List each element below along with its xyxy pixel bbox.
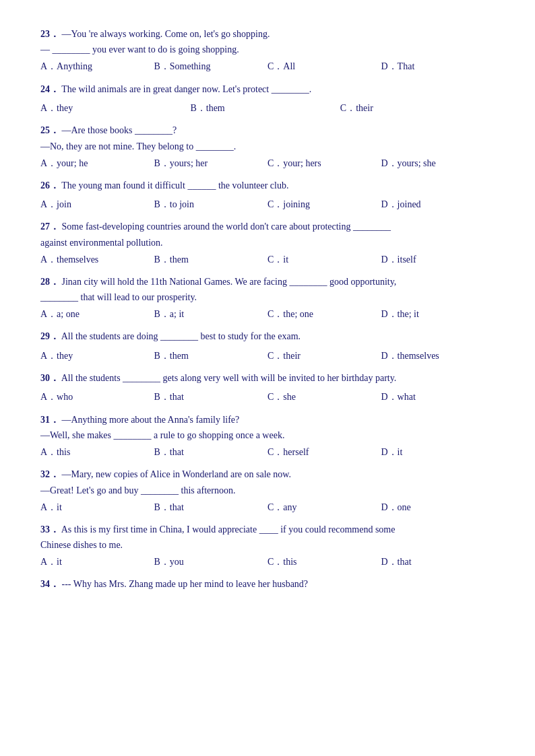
question-text: 25． —Are those books ________? xyxy=(40,123,495,138)
options-row: A．itB．youC．thisD．that xyxy=(40,553,495,570)
options-row: A．whoB．thatC．sheD．what xyxy=(40,388,495,405)
question-text: Chinese dishes to me. xyxy=(40,540,495,551)
option-Something: B．Something xyxy=(154,58,268,75)
option-a; one: A．a; one xyxy=(40,306,154,322)
option-yours; she: D．yours; she xyxy=(381,155,495,172)
question-text: 26． The young man found it difficult ___… xyxy=(40,178,495,193)
question-text: 23． —You 're always working. Come on, le… xyxy=(40,27,495,42)
option-it: C．it xyxy=(268,251,381,268)
options-row: A．itB．thatC．anyD．one xyxy=(40,499,495,516)
question-text: —No, they are not mine. They belong to _… xyxy=(40,141,495,152)
question-block: 24． The wild animals are in great danger… xyxy=(40,82,495,117)
option-their: C．their xyxy=(340,100,490,116)
option-they: A．they xyxy=(40,100,190,116)
options-row: A．a; oneB．a; itC．the; oneD．the; it xyxy=(40,306,495,322)
question-text: 34． --- Why has Mrs. Zhang made up her m… xyxy=(40,577,495,592)
question-text: —Great! Let's go and buy ________ this a… xyxy=(40,485,495,496)
question-text: 29． All the students are doing ________ … xyxy=(40,329,495,344)
question-text: against environmental pollution. xyxy=(40,238,495,248)
option-that: D．that xyxy=(381,553,495,570)
option-herself: C．herself xyxy=(268,444,381,460)
question-text: 31． —Anything more about the Anna's fami… xyxy=(40,413,495,427)
question-text: —Well, she makes ________ a rule to go s… xyxy=(40,430,495,441)
option-it: D．it xyxy=(381,444,495,460)
option-itself: D．itself xyxy=(381,251,495,268)
question-block: 34． --- Why has Mrs. Zhang made up her m… xyxy=(40,577,495,592)
options-row: A．thisB．thatC．herselfD．it xyxy=(40,444,495,460)
option-the; it: D．the; it xyxy=(381,306,495,322)
question-text: 24． The wild animals are in great danger… xyxy=(40,82,495,97)
questions-container: 23． —You 're always working. Come on, le… xyxy=(40,27,495,592)
question-block: 30． All the students ________ gets along… xyxy=(40,371,495,406)
options-row: A．theyB．themC．their xyxy=(40,100,495,116)
option-they: A．they xyxy=(40,347,154,364)
question-block: 25． —Are those books ________?—No, they … xyxy=(40,123,495,172)
option-any: C．any xyxy=(268,499,381,516)
option-what: D．what xyxy=(381,388,495,405)
question-block: 31． —Anything more about the Anna's fami… xyxy=(40,413,495,461)
option-joined: D．joined xyxy=(381,196,495,213)
question-text: 27． Some fast-developing countries aroun… xyxy=(40,219,495,234)
option-That: D．That xyxy=(381,58,495,75)
option-Anything: A．Anything xyxy=(40,58,154,75)
question-text: 30． All the students ________ gets along… xyxy=(40,371,495,386)
option-one: D．one xyxy=(381,499,495,516)
question-text: 32． —Mary, new copies of Alice in Wonder… xyxy=(40,467,495,482)
question-block: 28． Jinan city will hold the 11th Nation… xyxy=(40,275,495,323)
option-your; he: A．your; he xyxy=(40,155,154,172)
option-yours; her: B．yours; her xyxy=(154,155,268,172)
option-themselves: D．themselves xyxy=(381,347,495,364)
options-row: A．your; heB．yours; herC．your; hersD．your… xyxy=(40,155,495,172)
question-block: 26． The young man found it difficult ___… xyxy=(40,178,495,213)
option-them: B．them xyxy=(154,251,268,268)
option-their: C．their xyxy=(268,347,381,364)
question-text: ________ that will lead to our prosperit… xyxy=(40,292,495,303)
options-row: A．theyB．themC．theirD．themselves xyxy=(40,347,495,364)
option-you: B．you xyxy=(154,553,268,570)
question-text: — ________ you ever want to do is going … xyxy=(40,44,495,55)
question-block: 23． —You 're always working. Come on, le… xyxy=(40,27,495,75)
option-a; it: B．a; it xyxy=(154,306,268,322)
option-All: C．All xyxy=(268,58,381,75)
option-joining: C．joining xyxy=(268,196,381,213)
options-row: A．joinB．to joinC．joiningD．joined xyxy=(40,196,495,213)
option-this: C．this xyxy=(268,553,381,570)
question-block: 29． All the students are doing ________ … xyxy=(40,329,495,364)
option-to join: B．to join xyxy=(154,196,268,213)
question-block: 32． —Mary, new copies of Alice in Wonder… xyxy=(40,467,495,516)
question-text: 33． As this is my first time in China, I… xyxy=(40,522,495,537)
option-that: B．that xyxy=(154,388,268,405)
option-it: A．it xyxy=(40,553,154,570)
options-row: A．themselvesB．themC．itD．itself xyxy=(40,251,495,268)
option-who: A．who xyxy=(40,388,154,405)
options-row: A．AnythingB．SomethingC．AllD．That xyxy=(40,58,495,75)
option-themselves: A．themselves xyxy=(40,251,154,268)
question-block: 33． As this is my first time in China, I… xyxy=(40,522,495,571)
question-block: 27． Some fast-developing countries aroun… xyxy=(40,219,495,268)
option-the; one: C．the; one xyxy=(268,306,381,322)
option-join: A．join xyxy=(40,196,154,213)
option-she: C．she xyxy=(268,388,381,405)
option-them: B．them xyxy=(154,347,268,364)
option-that: B．that xyxy=(154,444,268,460)
option-this: A．this xyxy=(40,444,154,460)
option-your; hers: C．your; hers xyxy=(268,155,381,172)
option-it: A．it xyxy=(40,499,154,516)
question-text: 28． Jinan city will hold the 11th Nation… xyxy=(40,275,495,289)
option-them: B．them xyxy=(190,100,340,116)
option-that: B．that xyxy=(154,499,268,516)
